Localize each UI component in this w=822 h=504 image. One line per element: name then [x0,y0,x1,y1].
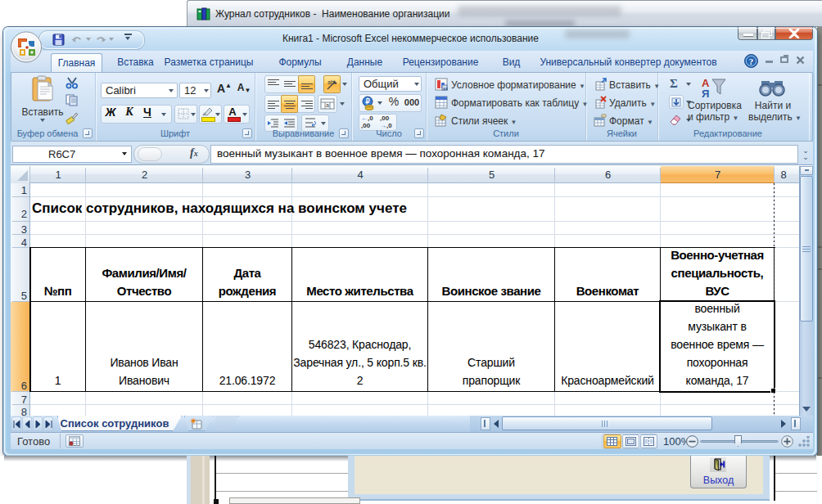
svg-text:Я: Я [702,88,709,99]
svg-text:ab: ab [327,79,334,85]
svg-text:a: a [326,102,329,108]
svg-text:ss: ss [443,86,448,91]
svg-text:?: ? [749,56,754,66]
svg-text:₽: ₽ [365,97,369,106]
